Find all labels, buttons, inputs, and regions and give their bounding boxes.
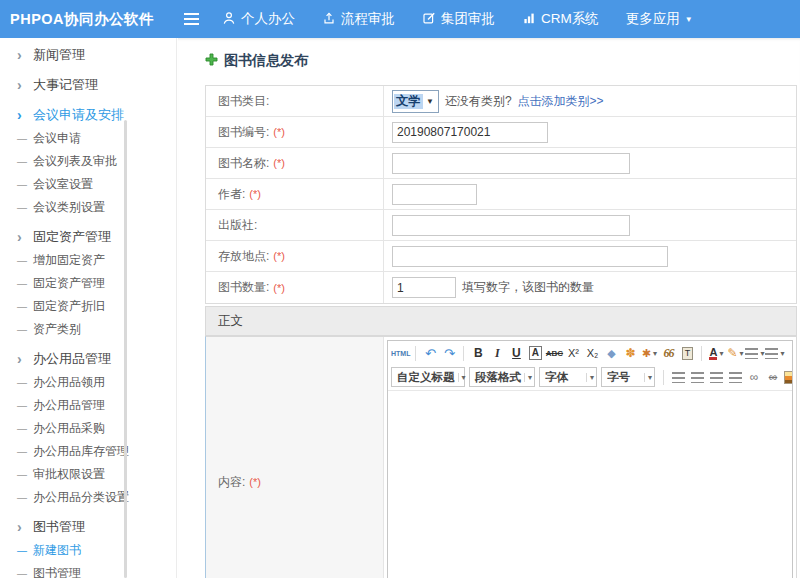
sidebar-item-label: 会议类别设置 bbox=[33, 199, 105, 216]
category-select[interactable]: 文学 ▼ bbox=[392, 90, 439, 113]
font-family-select[interactable]: 字体▾ bbox=[539, 367, 597, 387]
sidebar-item-label: 新建图书 bbox=[33, 542, 81, 559]
sidebar-item-label: 会议申请及安排 bbox=[33, 106, 124, 124]
paint-format-icon-button[interactable]: ✱▾ bbox=[640, 343, 658, 363]
location-input[interactable] bbox=[392, 246, 668, 267]
sidebar-item-label: 办公用品管理 bbox=[33, 397, 105, 414]
rich-text-editor: HTML↶↷BIUAABCX²X₂◆✽✱▾66TA▾✎▾▾▾ 自定义标题▾段落格… bbox=[387, 340, 793, 578]
book-name-input[interactable] bbox=[392, 153, 630, 174]
sidebar-item-meeting-apply[interactable]: —会议申请 bbox=[0, 127, 176, 150]
nav-label: 集团审批 bbox=[441, 10, 495, 28]
nav-label: 更多应用 bbox=[626, 10, 680, 28]
field-label: 图书数量: bbox=[218, 279, 269, 296]
sidebar-group-news-management[interactable]: ›新闻管理 bbox=[0, 43, 176, 67]
quantity-input[interactable] bbox=[392, 277, 456, 298]
nav-crm-system[interactable]: CRM系统 bbox=[522, 10, 599, 28]
nav-workflow-approval[interactable]: 流程审批 bbox=[322, 10, 395, 28]
chevron-right-icon: › bbox=[17, 50, 33, 60]
sidebar-group-memorabilia-management[interactable]: ›大事记管理 bbox=[0, 73, 176, 97]
form-row-author: 作者:(*) bbox=[206, 179, 796, 210]
book-number-input[interactable] bbox=[392, 122, 548, 143]
bold-button[interactable]: B bbox=[469, 343, 487, 363]
nav-personal-office[interactable]: 个人办公 bbox=[222, 10, 295, 28]
book-form: 图书类目: 文学 ▼ 还没有类别? 点击添加类别>> 图书编号:(*) 图书名称… bbox=[205, 85, 797, 304]
sidebar-item-label: 固定资产管理 bbox=[33, 275, 105, 292]
caret-down-icon: ▾ bbox=[760, 349, 764, 358]
superscript-button[interactable]: X² bbox=[564, 343, 582, 363]
strikethrough-button[interactable]: ABC bbox=[545, 343, 563, 363]
caret-down-icon: ▾ bbox=[780, 349, 784, 358]
underline-button[interactable]: U bbox=[507, 343, 525, 363]
sidebar-item-label: 大事记管理 bbox=[33, 76, 98, 94]
sidebar-item-fixed-asset-manage[interactable]: —固定资产管理 bbox=[0, 272, 176, 295]
bar-chart-icon bbox=[522, 11, 536, 28]
editor-content-area[interactable] bbox=[388, 391, 792, 578]
sidebar-item-asset-category[interactable]: —资产类别 bbox=[0, 318, 176, 341]
editor-toolbar-row2: 自定义标题▾段落格式▾字体▾字号▾∞∞ bbox=[388, 365, 792, 391]
sidebar-item-book-manage[interactable]: —图书管理 bbox=[0, 562, 176, 578]
required-mark: (*) bbox=[249, 188, 261, 200]
blockquote-button[interactable]: 66 bbox=[659, 343, 677, 363]
font-border-button[interactable]: A bbox=[526, 343, 544, 363]
paragraph-format-select[interactable]: 段落格式▾ bbox=[469, 367, 535, 387]
sidebar-group-book-management[interactable]: ›图书管理 bbox=[0, 515, 176, 539]
add-plus-icon bbox=[205, 52, 218, 70]
app-logo[interactable]: PHPOA协同办公软件 bbox=[10, 0, 154, 38]
sidebar-item-supplies-inventory[interactable]: —办公用品库存管理 bbox=[0, 440, 176, 463]
image-button[interactable] bbox=[783, 367, 792, 387]
sidebar-item-supplies-purchase[interactable]: —办公用品采购 bbox=[0, 417, 176, 440]
required-mark: (*) bbox=[273, 250, 285, 262]
hamburger-menu-icon[interactable] bbox=[184, 13, 199, 25]
redo-button[interactable]: ↷ bbox=[440, 343, 458, 363]
sidebar-item-approval-permission-settings[interactable]: —审批权限设置 bbox=[0, 463, 176, 486]
field-label: 内容: bbox=[218, 474, 245, 491]
publisher-input[interactable] bbox=[392, 215, 630, 236]
sidebar-scrollbar[interactable] bbox=[124, 120, 127, 578]
sidebar-group-meeting-application[interactable]: ›会议申请及安排 bbox=[0, 103, 176, 127]
link-button[interactable]: ∞ bbox=[745, 367, 763, 387]
align-justify-button[interactable] bbox=[726, 367, 744, 387]
sidebar-item-supplies-category-settings[interactable]: —办公用品分类设置 bbox=[0, 486, 176, 509]
sidebar-group-fixed-assets-management[interactable]: ›固定资产管理 bbox=[0, 225, 176, 249]
align-right-button[interactable] bbox=[707, 367, 725, 387]
sidebar-item-meeting-room-settings[interactable]: —会议室设置 bbox=[0, 173, 176, 196]
ordered-list-button[interactable]: ▾ bbox=[745, 343, 764, 363]
sidebar-item-meeting-category-settings[interactable]: —会议类别设置 bbox=[0, 196, 176, 219]
sidebar-item-supplies-receive[interactable]: —办公用品领用 bbox=[0, 371, 176, 394]
font-size-select[interactable]: 字号▾ bbox=[601, 367, 655, 387]
dash-icon: — bbox=[17, 446, 33, 457]
sidebar-item-fixed-asset-depreciation[interactable]: —固定资产折旧 bbox=[0, 295, 176, 318]
font-color-button[interactable]: A▾ bbox=[707, 343, 725, 363]
sidebar-item-supplies-manage[interactable]: —办公用品管理 bbox=[0, 394, 176, 417]
sidebar-item-label: 办公用品分类设置 bbox=[33, 489, 129, 506]
chevron-right-icon: › bbox=[17, 110, 33, 120]
sidebar-item-label: 资产类别 bbox=[33, 321, 81, 338]
align-left-button[interactable] bbox=[669, 367, 687, 387]
user-icon bbox=[222, 11, 236, 28]
dash-icon: — bbox=[17, 202, 33, 213]
custom-title-select[interactable]: 自定义标题▾ bbox=[391, 367, 465, 387]
italic-button[interactable]: I bbox=[488, 343, 506, 363]
editor-toolbar-row1: HTML↶↷BIUAABCX²X₂◆✽✱▾66TA▾✎▾▾▾ bbox=[388, 341, 792, 365]
sidebar-item-new-book[interactable]: —新建图书 bbox=[0, 539, 176, 562]
page-title: 图书信息发布 bbox=[205, 50, 800, 72]
nav-group-approval[interactable]: 集团审批 bbox=[422, 10, 495, 28]
undo-button[interactable]: ↶ bbox=[421, 343, 439, 363]
dash-icon: — bbox=[17, 179, 33, 190]
clean-format-icon-button[interactable]: ✽ bbox=[621, 343, 639, 363]
author-input[interactable] bbox=[392, 184, 477, 205]
html-source-button[interactable]: HTML bbox=[391, 343, 410, 363]
add-category-link[interactable]: 点击添加类别>> bbox=[518, 93, 604, 110]
caret-down-icon: ▾ bbox=[458, 373, 466, 382]
subscript-button[interactable]: X₂ bbox=[583, 343, 601, 363]
nav-more-apps[interactable]: 更多应用 ▼ bbox=[626, 10, 693, 28]
align-center-button[interactable] bbox=[688, 367, 706, 387]
highlight-pen-button[interactable]: ✎▾ bbox=[726, 343, 744, 363]
sidebar-item-meeting-list-approval[interactable]: —会议列表及审批 bbox=[0, 150, 176, 173]
unordered-list-button[interactable]: ▾ bbox=[765, 343, 784, 363]
sidebar-item-add-fixed-asset[interactable]: —增加固定资产 bbox=[0, 249, 176, 272]
unlink-button[interactable]: ∞ bbox=[764, 367, 782, 387]
sidebar-group-office-supplies-management[interactable]: ›办公用品管理 bbox=[0, 347, 176, 371]
paste-icon-button[interactable]: T bbox=[678, 343, 696, 363]
eraser-icon-button[interactable]: ◆ bbox=[602, 343, 620, 363]
